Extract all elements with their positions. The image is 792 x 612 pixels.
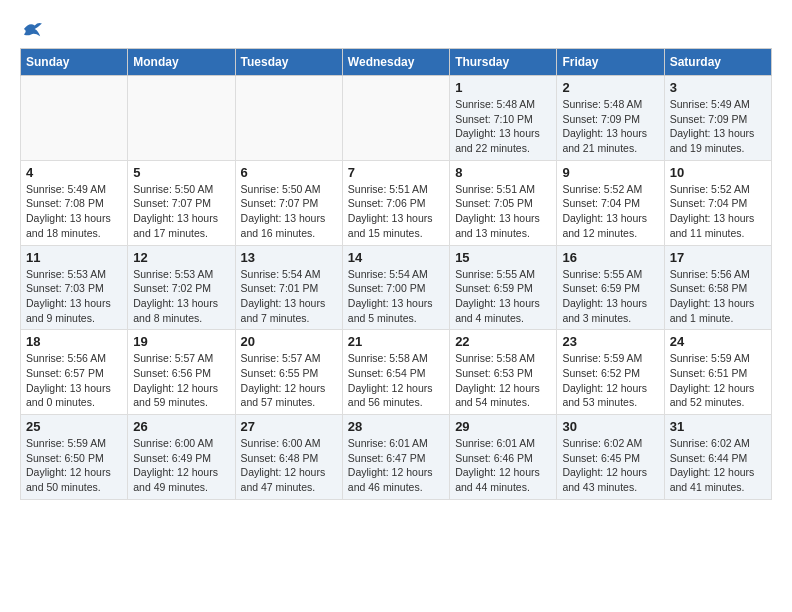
week-row-4: 18Sunrise: 5:56 AM Sunset: 6:57 PM Dayli… bbox=[21, 330, 772, 415]
day-number: 4 bbox=[26, 165, 122, 180]
day-cell: 12Sunrise: 5:53 AM Sunset: 7:02 PM Dayli… bbox=[128, 245, 235, 330]
header-saturday: Saturday bbox=[664, 49, 771, 76]
day-number: 1 bbox=[455, 80, 551, 95]
day-number: 29 bbox=[455, 419, 551, 434]
day-cell: 1Sunrise: 5:48 AM Sunset: 7:10 PM Daylig… bbox=[450, 76, 557, 161]
day-info: Sunrise: 6:00 AM Sunset: 6:49 PM Dayligh… bbox=[133, 436, 229, 495]
day-cell: 6Sunrise: 5:50 AM Sunset: 7:07 PM Daylig… bbox=[235, 160, 342, 245]
day-cell: 14Sunrise: 5:54 AM Sunset: 7:00 PM Dayli… bbox=[342, 245, 449, 330]
day-cell: 31Sunrise: 6:02 AM Sunset: 6:44 PM Dayli… bbox=[664, 415, 771, 500]
day-number: 30 bbox=[562, 419, 658, 434]
day-info: Sunrise: 5:58 AM Sunset: 6:54 PM Dayligh… bbox=[348, 351, 444, 410]
header-thursday: Thursday bbox=[450, 49, 557, 76]
day-number: 28 bbox=[348, 419, 444, 434]
day-info: Sunrise: 5:54 AM Sunset: 7:00 PM Dayligh… bbox=[348, 267, 444, 326]
day-info: Sunrise: 5:56 AM Sunset: 6:58 PM Dayligh… bbox=[670, 267, 766, 326]
header-sunday: Sunday bbox=[21, 49, 128, 76]
day-info: Sunrise: 6:01 AM Sunset: 6:46 PM Dayligh… bbox=[455, 436, 551, 495]
day-cell: 4Sunrise: 5:49 AM Sunset: 7:08 PM Daylig… bbox=[21, 160, 128, 245]
day-number: 8 bbox=[455, 165, 551, 180]
day-number: 12 bbox=[133, 250, 229, 265]
day-number: 19 bbox=[133, 334, 229, 349]
day-number: 17 bbox=[670, 250, 766, 265]
day-number: 9 bbox=[562, 165, 658, 180]
day-number: 3 bbox=[670, 80, 766, 95]
day-number: 31 bbox=[670, 419, 766, 434]
day-info: Sunrise: 5:50 AM Sunset: 7:07 PM Dayligh… bbox=[241, 182, 337, 241]
header-wednesday: Wednesday bbox=[342, 49, 449, 76]
day-cell: 28Sunrise: 6:01 AM Sunset: 6:47 PM Dayli… bbox=[342, 415, 449, 500]
logo-text bbox=[20, 20, 42, 38]
calendar-table: SundayMondayTuesdayWednesdayThursdayFrid… bbox=[20, 48, 772, 500]
day-cell: 26Sunrise: 6:00 AM Sunset: 6:49 PM Dayli… bbox=[128, 415, 235, 500]
day-number: 26 bbox=[133, 419, 229, 434]
day-number: 5 bbox=[133, 165, 229, 180]
day-number: 21 bbox=[348, 334, 444, 349]
header-monday: Monday bbox=[128, 49, 235, 76]
day-number: 11 bbox=[26, 250, 122, 265]
day-info: Sunrise: 5:49 AM Sunset: 7:09 PM Dayligh… bbox=[670, 97, 766, 156]
week-row-1: 1Sunrise: 5:48 AM Sunset: 7:10 PM Daylig… bbox=[21, 76, 772, 161]
day-cell: 27Sunrise: 6:00 AM Sunset: 6:48 PM Dayli… bbox=[235, 415, 342, 500]
day-cell: 24Sunrise: 5:59 AM Sunset: 6:51 PM Dayli… bbox=[664, 330, 771, 415]
day-info: Sunrise: 5:59 AM Sunset: 6:52 PM Dayligh… bbox=[562, 351, 658, 410]
day-cell: 20Sunrise: 5:57 AM Sunset: 6:55 PM Dayli… bbox=[235, 330, 342, 415]
day-cell: 7Sunrise: 5:51 AM Sunset: 7:06 PM Daylig… bbox=[342, 160, 449, 245]
day-cell: 21Sunrise: 5:58 AM Sunset: 6:54 PM Dayli… bbox=[342, 330, 449, 415]
day-number: 10 bbox=[670, 165, 766, 180]
day-info: Sunrise: 6:01 AM Sunset: 6:47 PM Dayligh… bbox=[348, 436, 444, 495]
day-cell: 11Sunrise: 5:53 AM Sunset: 7:03 PM Dayli… bbox=[21, 245, 128, 330]
day-cell: 5Sunrise: 5:50 AM Sunset: 7:07 PM Daylig… bbox=[128, 160, 235, 245]
day-number: 25 bbox=[26, 419, 122, 434]
day-number: 7 bbox=[348, 165, 444, 180]
day-info: Sunrise: 6:02 AM Sunset: 6:45 PM Dayligh… bbox=[562, 436, 658, 495]
day-info: Sunrise: 5:52 AM Sunset: 7:04 PM Dayligh… bbox=[670, 182, 766, 241]
day-cell: 18Sunrise: 5:56 AM Sunset: 6:57 PM Dayli… bbox=[21, 330, 128, 415]
day-cell: 25Sunrise: 5:59 AM Sunset: 6:50 PM Dayli… bbox=[21, 415, 128, 500]
day-cell: 2Sunrise: 5:48 AM Sunset: 7:09 PM Daylig… bbox=[557, 76, 664, 161]
day-number: 20 bbox=[241, 334, 337, 349]
day-cell: 23Sunrise: 5:59 AM Sunset: 6:52 PM Dayli… bbox=[557, 330, 664, 415]
header-row: SundayMondayTuesdayWednesdayThursdayFrid… bbox=[21, 49, 772, 76]
day-number: 18 bbox=[26, 334, 122, 349]
day-cell: 22Sunrise: 5:58 AM Sunset: 6:53 PM Dayli… bbox=[450, 330, 557, 415]
logo-icon bbox=[22, 20, 42, 38]
day-cell: 29Sunrise: 6:01 AM Sunset: 6:46 PM Dayli… bbox=[450, 415, 557, 500]
day-cell: 15Sunrise: 5:55 AM Sunset: 6:59 PM Dayli… bbox=[450, 245, 557, 330]
day-cell: 16Sunrise: 5:55 AM Sunset: 6:59 PM Dayli… bbox=[557, 245, 664, 330]
day-number: 22 bbox=[455, 334, 551, 349]
day-cell: 19Sunrise: 5:57 AM Sunset: 6:56 PM Dayli… bbox=[128, 330, 235, 415]
day-cell: 10Sunrise: 5:52 AM Sunset: 7:04 PM Dayli… bbox=[664, 160, 771, 245]
day-info: Sunrise: 5:56 AM Sunset: 6:57 PM Dayligh… bbox=[26, 351, 122, 410]
day-info: Sunrise: 5:57 AM Sunset: 6:56 PM Dayligh… bbox=[133, 351, 229, 410]
day-cell: 13Sunrise: 5:54 AM Sunset: 7:01 PM Dayli… bbox=[235, 245, 342, 330]
day-cell bbox=[342, 76, 449, 161]
week-row-2: 4Sunrise: 5:49 AM Sunset: 7:08 PM Daylig… bbox=[21, 160, 772, 245]
day-cell: 30Sunrise: 6:02 AM Sunset: 6:45 PM Dayli… bbox=[557, 415, 664, 500]
day-cell bbox=[21, 76, 128, 161]
day-cell: 8Sunrise: 5:51 AM Sunset: 7:05 PM Daylig… bbox=[450, 160, 557, 245]
day-info: Sunrise: 5:49 AM Sunset: 7:08 PM Dayligh… bbox=[26, 182, 122, 241]
day-info: Sunrise: 5:48 AM Sunset: 7:10 PM Dayligh… bbox=[455, 97, 551, 156]
day-number: 15 bbox=[455, 250, 551, 265]
day-cell: 3Sunrise: 5:49 AM Sunset: 7:09 PM Daylig… bbox=[664, 76, 771, 161]
day-cell bbox=[235, 76, 342, 161]
day-info: Sunrise: 5:48 AM Sunset: 7:09 PM Dayligh… bbox=[562, 97, 658, 156]
day-info: Sunrise: 5:57 AM Sunset: 6:55 PM Dayligh… bbox=[241, 351, 337, 410]
header-tuesday: Tuesday bbox=[235, 49, 342, 76]
day-number: 2 bbox=[562, 80, 658, 95]
logo bbox=[20, 20, 42, 38]
day-number: 6 bbox=[241, 165, 337, 180]
day-info: Sunrise: 6:02 AM Sunset: 6:44 PM Dayligh… bbox=[670, 436, 766, 495]
day-info: Sunrise: 5:59 AM Sunset: 6:51 PM Dayligh… bbox=[670, 351, 766, 410]
day-info: Sunrise: 5:54 AM Sunset: 7:01 PM Dayligh… bbox=[241, 267, 337, 326]
day-cell: 9Sunrise: 5:52 AM Sunset: 7:04 PM Daylig… bbox=[557, 160, 664, 245]
day-number: 13 bbox=[241, 250, 337, 265]
day-info: Sunrise: 5:50 AM Sunset: 7:07 PM Dayligh… bbox=[133, 182, 229, 241]
day-cell bbox=[128, 76, 235, 161]
day-number: 23 bbox=[562, 334, 658, 349]
week-row-3: 11Sunrise: 5:53 AM Sunset: 7:03 PM Dayli… bbox=[21, 245, 772, 330]
day-info: Sunrise: 5:55 AM Sunset: 6:59 PM Dayligh… bbox=[562, 267, 658, 326]
day-info: Sunrise: 5:53 AM Sunset: 7:03 PM Dayligh… bbox=[26, 267, 122, 326]
day-number: 27 bbox=[241, 419, 337, 434]
